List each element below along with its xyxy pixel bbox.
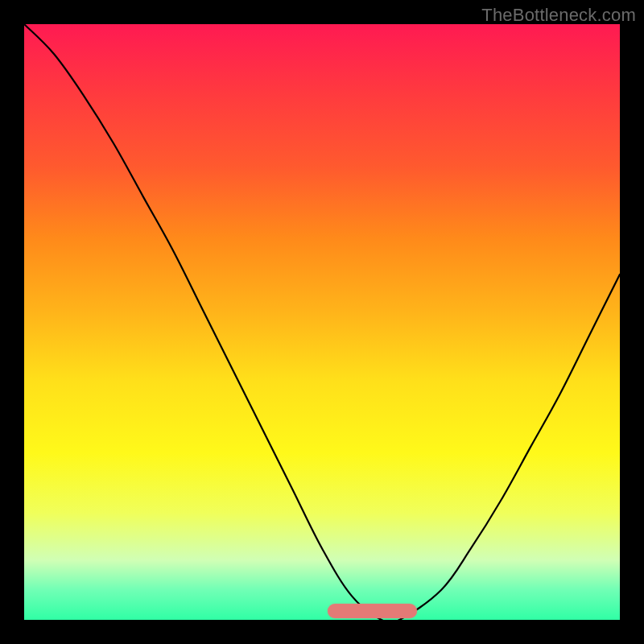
bottleneck-curve [24,24,620,620]
watermark-text: TheBottleneck.com [481,5,636,26]
flat-bottom-highlight [328,604,417,618]
chart-plot-area [24,24,620,620]
